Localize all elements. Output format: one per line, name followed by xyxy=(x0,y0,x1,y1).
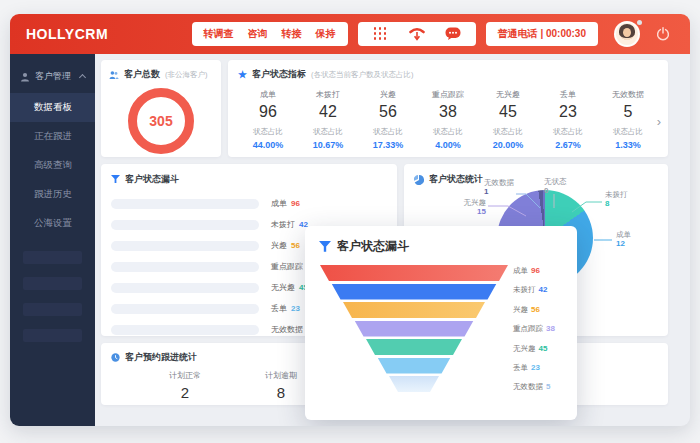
metric-ratio-label: 状态占比 xyxy=(298,127,358,137)
funnel-layer xyxy=(378,358,451,374)
transfer-survey-button[interactable]: 转调查 xyxy=(204,27,234,41)
sidebar-item-hidden[interactable] xyxy=(23,329,82,342)
message-icon[interactable] xyxy=(442,23,464,45)
total-customers-donut: 305 xyxy=(128,88,194,154)
sidebar-item-hidden[interactable] xyxy=(23,303,82,316)
metric-column: 成单 96 状态占比 44.00% xyxy=(238,89,298,150)
consult-button[interactable]: 咨询 xyxy=(248,27,268,41)
pie-callout: 未拨打 8 xyxy=(605,190,628,209)
sidebar-group-label: 客户管理 xyxy=(35,70,71,83)
sidebar-item-pool-settings[interactable]: 公海设置 xyxy=(10,209,95,238)
card-title: 客户状态统计 xyxy=(429,173,483,186)
app-window: HOLLYCRM 转调查 咨询 转接 保持 xyxy=(10,14,690,426)
metric-column: 无效数据 5 状态占比 1.33% xyxy=(598,89,658,150)
bar-track xyxy=(111,325,259,335)
metric-ratio-label: 状态占比 xyxy=(418,127,478,137)
bar-track xyxy=(111,241,259,251)
metric-value: 42 xyxy=(298,103,358,121)
clock-icon xyxy=(111,353,120,362)
metric-label: 成单 xyxy=(238,89,298,100)
bar-label: 兴趣 xyxy=(271,240,287,251)
followup-label: 计划正常 xyxy=(137,370,233,381)
bar-value: 56 xyxy=(291,241,300,250)
metric-ratio-label: 状态占比 xyxy=(538,127,598,137)
metric-label: 未拨打 xyxy=(298,89,358,100)
funnel-bar-row: 成单 96 xyxy=(111,193,387,214)
funnel-icon xyxy=(111,175,120,184)
pie-callout: 无效数据 1 xyxy=(484,178,514,197)
funnel-layer xyxy=(320,265,508,281)
metric-value: 5 xyxy=(598,103,658,121)
sidebar-item-hidden[interactable] xyxy=(23,251,82,264)
slice-value: 0 xyxy=(544,186,567,196)
funnel-layer xyxy=(332,284,497,300)
total-customers-card: 客户总数 (非公海客户) 305 xyxy=(101,60,221,157)
power-icon[interactable] xyxy=(652,23,674,45)
metric-percent: 20.00% xyxy=(478,140,538,150)
funnel-layer xyxy=(366,339,462,355)
transfer-button[interactable]: 转接 xyxy=(282,27,302,41)
legend-row: 成单96 xyxy=(513,266,563,276)
funnel-icon xyxy=(319,241,331,253)
bar-label: 丢单 xyxy=(271,303,287,314)
hangup-phone-icon[interactable] xyxy=(406,23,428,45)
metric-column: 重点跟踪 38 状态占比 4.00% xyxy=(418,89,478,150)
bar-track xyxy=(111,304,259,314)
slice-label: 无兴趣 xyxy=(464,198,487,207)
metric-column: 丢单 23 状态占比 2.67% xyxy=(538,89,598,150)
funnel-layer xyxy=(355,321,474,337)
metric-percent: 17.33% xyxy=(358,140,418,150)
metric-value: 23 xyxy=(538,103,598,121)
metric-percent: 1.33% xyxy=(598,140,658,150)
card-subtitle: (非公海客户) xyxy=(165,70,208,80)
bar-value: 23 xyxy=(291,304,300,313)
funnel-dialog: 客户状态漏斗 成单96 未拨打42 兴趣56 重点跟踪38 无兴趣45 丢单23… xyxy=(305,226,577,420)
chevron-right-icon[interactable]: › xyxy=(657,114,661,129)
metric-ratio-label: 状态占比 xyxy=(478,127,538,137)
app-header: HOLLYCRM 转调查 咨询 转接 保持 xyxy=(10,14,690,54)
legend-row: 无效数据5 xyxy=(513,382,563,392)
call-action-bar: 转调查 咨询 转接 保持 xyxy=(192,22,348,46)
call-tools-bar xyxy=(358,22,476,46)
card-subtitle: (各状态当前客户数及状态占比) xyxy=(311,70,414,80)
metric-label: 无兴趣 xyxy=(478,89,538,100)
sidebar: 客户管理 数据看板 正在跟进 高级查询 跟进历史 公海设置 xyxy=(10,54,95,426)
dialpad-icon[interactable] xyxy=(370,23,392,45)
metric-percent: 2.67% xyxy=(538,140,598,150)
sidebar-item-followup-history[interactable]: 跟进历史 xyxy=(10,180,95,209)
metric-value: 56 xyxy=(358,103,418,121)
bar-label: 无兴趣 xyxy=(271,282,295,293)
card-title: 客户预约跟进统计 xyxy=(125,351,197,364)
funnel-chart xyxy=(319,265,509,395)
status-dot xyxy=(637,20,642,25)
chevron-up-icon xyxy=(79,74,86,81)
bar-label: 成单 xyxy=(271,198,287,209)
bar-value: 96 xyxy=(291,199,300,208)
metric-column: 无兴趣 45 状态占比 20.00% xyxy=(478,89,538,150)
avatar[interactable] xyxy=(614,21,640,47)
sidebar-item-advanced-query[interactable]: 高级查询 xyxy=(10,151,95,180)
total-customers-value: 305 xyxy=(149,113,172,129)
slice-label: 无效数据 xyxy=(484,178,514,187)
slice-value: 12 xyxy=(616,239,631,249)
pie-callout: 无状态 0 xyxy=(544,177,567,196)
legend-row: 丢单23 xyxy=(513,363,563,373)
legend-row: 重点跟踪38 xyxy=(513,324,563,334)
slice-value: 8 xyxy=(605,199,628,209)
metric-label: 丢单 xyxy=(538,89,598,100)
bar-track xyxy=(111,199,259,209)
customers-icon xyxy=(109,70,119,80)
hold-button[interactable]: 保持 xyxy=(316,27,336,41)
card-title: 客户状态指标 xyxy=(252,68,306,81)
sidebar-item-dashboard[interactable]: 数据看板 xyxy=(10,93,95,122)
legend-row: 未拨打42 xyxy=(513,285,563,295)
metric-percent: 10.67% xyxy=(298,140,358,150)
avatar-face xyxy=(623,28,631,37)
sidebar-item-hidden[interactable] xyxy=(23,277,82,290)
slice-value: 1 xyxy=(484,187,514,197)
sidebar-item-following[interactable]: 正在跟进 xyxy=(10,122,95,151)
pie-chart-icon xyxy=(414,175,424,185)
metric-percent: 4.00% xyxy=(418,140,478,150)
legend-row: 无兴趣45 xyxy=(513,344,563,354)
sidebar-group-customer-mgmt[interactable]: 客户管理 xyxy=(10,64,95,93)
